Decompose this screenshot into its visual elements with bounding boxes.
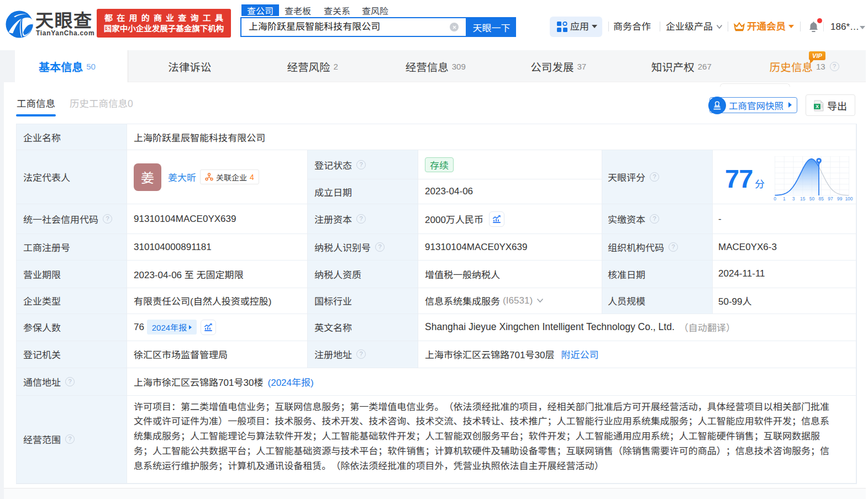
svg-text:50: 50 bbox=[809, 196, 815, 201]
svg-text:3: 3 bbox=[792, 196, 795, 201]
svg-text:97: 97 bbox=[828, 196, 833, 201]
svg-text:15: 15 bbox=[800, 196, 806, 201]
svg-text:100: 100 bbox=[845, 196, 853, 201]
svg-text:85: 85 bbox=[819, 196, 824, 201]
svg-text:X: X bbox=[816, 104, 819, 109]
svg-text:99: 99 bbox=[837, 196, 843, 201]
svg-text:1: 1 bbox=[783, 196, 786, 201]
svg-text:0: 0 bbox=[774, 196, 776, 201]
